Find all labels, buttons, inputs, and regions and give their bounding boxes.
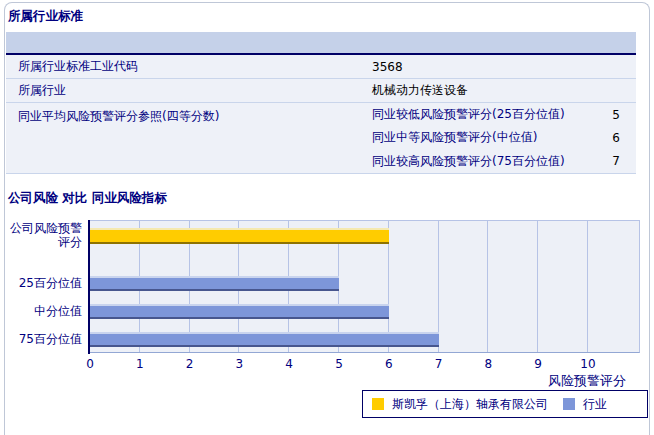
bar-industry-2	[90, 304, 389, 319]
y-axis-line	[88, 220, 90, 354]
gridline	[487, 221, 488, 352]
x-tick-6: 6	[378, 357, 400, 371]
row-label-industry-code: 所属行业标准工业代码	[6, 58, 372, 75]
subrow-median: 同业中等风险预警评分(中位值) 6	[372, 126, 636, 149]
legend-swatch-company	[372, 398, 384, 410]
gridline	[537, 221, 538, 352]
section-title-risk-comparison: 公司风险 对比 同业风险指标	[8, 190, 167, 207]
subrow-value-medium: 6	[604, 131, 636, 145]
table-row: 所属行业 机械动力传送设备	[6, 79, 636, 103]
subrow-label-high: 同业较高风险预警评分(75百分位值)	[372, 153, 604, 170]
section-title-industry-standard: 所属行业标准	[8, 8, 83, 25]
plot-area	[90, 220, 640, 353]
category-label-2: 中分位值	[0, 304, 82, 318]
legend-label-industry: 行业	[583, 396, 607, 413]
chart-category-axis: 公司风险预警评分25百分位值中分位值75百分位值	[0, 220, 82, 354]
x-axis-title: 风险预警评分	[548, 372, 626, 390]
legend-swatch-industry	[563, 398, 575, 410]
gridline	[587, 221, 588, 352]
peer-score-subrows: 同业较低风险预警评分(25百分位值) 5 同业中等风险预警评分(中位值) 6 同…	[372, 103, 636, 173]
x-tick-8: 8	[477, 357, 499, 371]
subrow-label-low: 同业较低风险预警评分(25百分位值)	[372, 106, 604, 123]
row-label-peer-average: 同业平均风险预警评分参照(四等分数)	[6, 103, 372, 173]
industry-standard-table: 所属行业标准工业代码 3568 所属行业 机械动力传送设备 同业平均风险预警评分…	[6, 32, 636, 174]
x-tick-9: 9	[527, 357, 549, 371]
category-label-0: 公司风险预警评分	[0, 221, 82, 249]
x-tick-5: 5	[328, 357, 350, 371]
x-tick-4: 4	[278, 357, 300, 371]
row-label-industry: 所属行业	[6, 82, 372, 99]
x-tick-0: 0	[79, 357, 101, 371]
table-row: 所属行业标准工业代码 3568	[6, 55, 636, 79]
x-tick-3: 3	[228, 357, 250, 371]
chart-legend: 斯凯孚（上海）轴承有限公司 行业	[362, 390, 648, 418]
subrow-value-high: 7	[604, 154, 636, 168]
table-row-peer-scores: 同业平均风险预警评分参照(四等分数) 同业较低风险预警评分(25百分位值) 5 …	[6, 103, 636, 174]
row-value-industry-code: 3568	[372, 60, 636, 74]
legend-label-company: 斯凯孚（上海）轴承有限公司	[392, 396, 548, 413]
subrow-value-low: 5	[604, 108, 636, 122]
category-label-1: 25百分位值	[0, 276, 82, 290]
x-tick-1: 1	[129, 357, 151, 371]
x-tick-2: 2	[179, 357, 201, 371]
category-label-3: 75百分位值	[0, 332, 82, 346]
bar-industry-3	[90, 332, 439, 347]
subrow-label-medium: 同业中等风险预警评分(中位值)	[372, 129, 604, 146]
x-tick-7: 7	[428, 357, 450, 371]
x-tick-10: 10	[577, 357, 599, 371]
bar-company-0	[90, 228, 389, 244]
bar-industry-1	[90, 276, 339, 291]
subrow-75th-percentile: 同业较高风险预警评分(75百分位值) 7	[372, 150, 636, 173]
table-header-band	[6, 32, 636, 55]
row-value-industry: 机械动力传送设备	[372, 82, 636, 99]
subrow-25th-percentile: 同业较低风险预警评分(25百分位值) 5	[372, 103, 636, 126]
